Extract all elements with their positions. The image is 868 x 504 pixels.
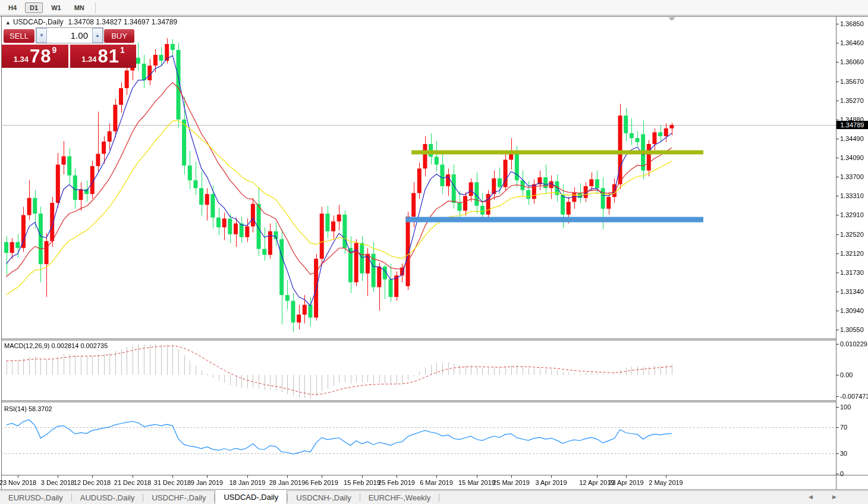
buy-price-pip: 1 [120, 45, 125, 55]
date-axis-label: 28 Jan 2019 [269, 479, 306, 486]
chart-tab-eurchf[interactable]: EURCHF-,Weekly [360, 491, 439, 504]
price-axis-label: 1.31730 [840, 269, 868, 277]
buy-price-main: 81 [98, 48, 119, 65]
price-axis-label: 1.36460 [840, 39, 868, 47]
date-axis-label: 21 Dec 2018 [114, 479, 151, 486]
chart-tab-usdcad[interactable]: USDCAD-,Daily [215, 490, 287, 504]
tab-scroll-right-icon[interactable]: ▶ [832, 494, 836, 500]
price-axis-label: 1.33700 [840, 173, 868, 181]
rsi-axis-label: 30 [840, 450, 868, 458]
volume-decrease-button[interactable]: ▼ [36, 28, 47, 43]
buy-price-button[interactable]: 1.34 81 1 [70, 45, 136, 68]
sell-price-button[interactable]: 1.34 78 9 [2, 45, 68, 68]
date-axis-label: 3 Apr 2019 [535, 479, 567, 486]
price-axis-label: 1.32520 [840, 231, 868, 239]
date-axis-label: 15 Mar 2019 [458, 479, 495, 486]
macd-axis-label: -0.007473 [840, 393, 868, 400]
date-axis-label: 25 Feb 2019 [378, 479, 415, 486]
volume-increase-button[interactable]: ▲ [92, 28, 103, 43]
rsi-indicator-label: RSI(14) 58.3702 [4, 405, 52, 412]
current-price-tag: 1.34789 [836, 121, 868, 129]
buy-button[interactable]: BUY [104, 29, 134, 43]
rsi-axis-label: 0 [840, 470, 868, 478]
price-axis-label: 1.32120 [840, 250, 868, 258]
price-axis-label: 1.31340 [840, 288, 868, 296]
date-axis-label: 23 Apr 2019 [608, 479, 643, 486]
chart-header: ▲USDCAD-,Daily1.34708 1.34827 1.34697 1.… [5, 18, 177, 26]
price-axis-label: 1.36060 [840, 58, 868, 66]
price-axis-label: 1.35270 [840, 97, 868, 105]
tab-scroll-left-icon[interactable]: ◀ [809, 494, 813, 500]
price-axis-label: 1.32910 [840, 211, 868, 219]
price-axis-label: 1.34090 [840, 154, 868, 162]
volume-stepper: ▼ 1.00 ▲ [36, 27, 103, 43]
price-axis-label: 1.30940 [840, 307, 868, 315]
macd-axis-label: 0.00 [840, 371, 868, 379]
sell-button[interactable]: SELL [4, 29, 34, 43]
macd-indicator-label: MACD(12,26,9) 0.002814 0.002735 [4, 342, 108, 349]
trade-panel-controls: SELL ▼ 1.00 ▲ BUY [2, 27, 136, 44]
one-click-panel-toggle-icon[interactable]: ▲ [5, 20, 11, 26]
date-axis-label: 2 May 2019 [649, 479, 683, 486]
price-axis-label: 1.30550 [840, 326, 868, 334]
price-chart-canvas[interactable] [0, 0, 868, 490]
sell-price-prefix: 1.34 [14, 54, 29, 65]
date-axis-label: 3 Dec 2018 [41, 479, 74, 486]
price-axis-label: 1.33310 [840, 192, 868, 200]
price-axis-label: 1.34490 [840, 135, 868, 143]
macd-axis-label: 0.010229 [840, 340, 868, 348]
price-axis-label: 1.35670 [840, 78, 868, 86]
date-axis-label: 6 Mar 2019 [420, 479, 453, 486]
mt4-window: H4D1W1MN ▲USDCAD-,Daily1.34708 1.34827 1… [0, 0, 868, 504]
trade-panel-prices: 1.34 78 9 1.34 81 1 [2, 45, 136, 68]
date-axis-label: 31 Dec 2018 [154, 479, 191, 486]
rsi-axis-label: 100 [840, 403, 868, 411]
chart-tab-usdchf[interactable]: USDCHF-,Daily [143, 491, 214, 504]
date-axis-label: 6 Feb 2019 [305, 479, 338, 486]
sell-price-pip: 9 [52, 45, 57, 55]
chart-tab-bar: EURUSD-,DailyAUDUSD-,DailyUSDCHF-,DailyU… [0, 490, 868, 504]
one-click-trade-panel: SELL ▼ 1.00 ▲ BUY 1.34 78 9 1.34 81 1 [2, 27, 136, 68]
date-axis-label: 25 Mar 2019 [493, 479, 530, 486]
rsi-axis-label: 70 [840, 424, 868, 431]
volume-input[interactable]: 1.00 [47, 28, 92, 43]
chart-symbol-label: USDCAD-,Daily [13, 18, 64, 26]
sell-price-main: 78 [30, 48, 51, 65]
date-axis-label: 23 Nov 2018 [0, 479, 36, 486]
tab-divider [439, 494, 439, 502]
chart-ohlc-values: 1.34708 1.34827 1.34697 1.34789 [68, 18, 178, 26]
chart-tab-eurusd[interactable]: EURUSD-,Daily [0, 491, 71, 504]
price-axis-label: 1.36850 [840, 20, 868, 28]
date-axis-label: 18 Jan 2019 [229, 479, 266, 486]
date-axis-label: 15 Feb 2019 [344, 479, 380, 486]
buy-price-prefix: 1.34 [81, 54, 96, 65]
date-axis-label: 12 Dec 2018 [74, 479, 111, 486]
chart-tab-usdcnh[interactable]: USDCNH-,Daily [288, 491, 359, 504]
date-axis-label: 9 Jan 2019 [191, 479, 223, 486]
chart-tab-audusd[interactable]: AUDUSD-,Daily [72, 491, 143, 504]
